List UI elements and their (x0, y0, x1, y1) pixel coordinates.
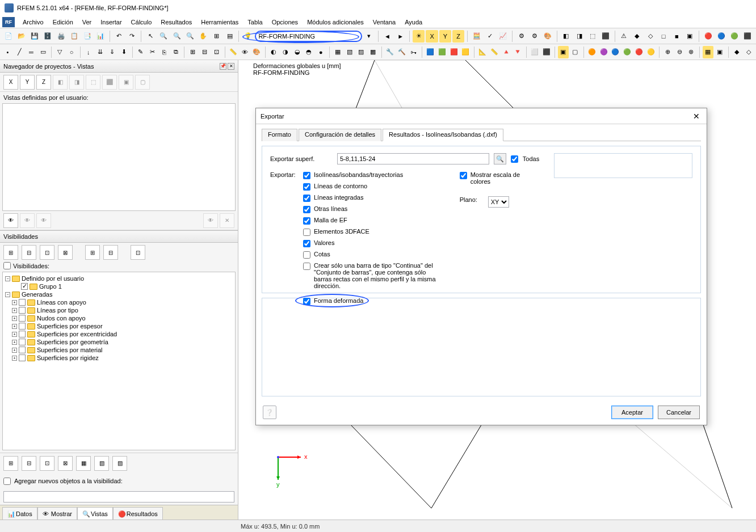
menu-archivo[interactable]: Archivo (18, 18, 48, 27)
bot-btn4[interactable]: ⊠ (58, 456, 73, 471)
print-icon[interactable]: 🖨️ (55, 30, 67, 43)
c5-icon[interactable]: 🔴 (633, 46, 644, 58)
eye-btn3[interactable]: 👁 (36, 213, 51, 228)
tree-generated[interactable]: Generadas (22, 291, 52, 298)
w2-icon[interactable]: 🔨 (396, 46, 407, 58)
expand-icon[interactable]: + (12, 356, 17, 361)
support-icon[interactable]: ▽ (54, 46, 65, 58)
r1-icon[interactable]: ◐ (268, 46, 279, 58)
view-y-icon[interactable]: Y (439, 30, 451, 43)
eye-btn1[interactable]: 👁 (3, 213, 18, 228)
w1-icon[interactable]: 🔧 (384, 46, 395, 58)
c1-icon[interactable]: 🟠 (586, 46, 597, 58)
all-checkbox[interactable] (511, 155, 518, 163)
chk-integradas[interactable] (303, 195, 310, 202)
expand-icon[interactable]: + (12, 300, 17, 305)
x3-icon[interactable]: □ (657, 30, 669, 43)
loadcase-combo[interactable]: RF-FORM-FINDING (255, 31, 362, 42)
move-icon[interactable]: ✋ (197, 30, 209, 43)
d3-icon[interactable]: ⊗ (686, 46, 696, 58)
chk-iso[interactable] (303, 172, 310, 179)
tree-item[interactable]: Superficies por excentricidad (37, 331, 117, 337)
d1-icon[interactable]: ⊕ (662, 46, 673, 58)
edit4-icon[interactable]: ⧉ (171, 46, 182, 58)
tree-item[interactable]: Nudos con apoyo (37, 315, 86, 322)
edit1-icon[interactable]: ✎ (135, 46, 146, 58)
results-icon[interactable]: 📈 (497, 30, 509, 43)
dialog-titlebar[interactable]: Exportar ✕ (256, 108, 707, 124)
tree-item[interactable]: Superficies por geometría (37, 339, 108, 345)
obj1-icon[interactable]: 🟦 (425, 46, 436, 58)
menu-tabla[interactable]: Tabla (243, 18, 267, 27)
edit2-icon[interactable]: ✂ (147, 46, 158, 58)
export-surf-input[interactable] (337, 153, 489, 164)
tree-item[interactable]: Líneas con apoyo (37, 299, 86, 306)
surface-icon[interactable]: ▭ (37, 46, 48, 58)
tab-vistas[interactable]: 🔍Vistas (77, 507, 113, 520)
view-iso-icon[interactable]: ☀ (413, 30, 425, 43)
e1-icon[interactable]: ▦ (703, 46, 713, 58)
d2-icon[interactable]: ⊖ (674, 46, 685, 58)
v2-icon[interactable]: 🎨 (251, 46, 262, 58)
view-y-btn[interactable]: Y (20, 75, 35, 90)
units-icon[interactable]: ⚙ (515, 30, 527, 43)
options-icon[interactable]: ⚙ (528, 30, 540, 43)
r3-icon[interactable]: ◒ (292, 46, 303, 58)
open-file-icon[interactable]: 📂 (15, 30, 27, 43)
s1-icon[interactable]: ▦ (332, 46, 343, 58)
dialog-close-icon[interactable]: ✕ (691, 111, 702, 122)
t2-icon[interactable]: 🔵 (715, 30, 727, 43)
vis-btn3[interactable]: ⊡ (40, 245, 54, 260)
load2-icon[interactable]: ⇊ (95, 46, 106, 58)
expand-icon[interactable]: + (12, 332, 17, 337)
n1-icon[interactable]: ⬜ (530, 46, 540, 58)
report-icon[interactable]: 📊 (95, 30, 107, 43)
bot-btn3[interactable]: ⊡ (40, 456, 54, 471)
p4-icon[interactable]: 🔻 (513, 46, 523, 58)
pin-icon[interactable]: 📌 (220, 63, 226, 70)
menu-modulos[interactable]: Módulos adicionales (303, 18, 368, 27)
help-button[interactable]: ❔ (263, 406, 276, 419)
tree-checkbox[interactable]: ✓ (21, 283, 28, 290)
mod1-icon[interactable]: ◧ (560, 30, 572, 43)
r5-icon[interactable]: ● (316, 46, 326, 58)
chk-3dface[interactable] (303, 229, 310, 236)
menu-edicion[interactable]: Edición (48, 18, 78, 27)
mod4-icon[interactable]: ⬛ (599, 30, 611, 43)
tree-group1[interactable]: Grupo 1 (39, 283, 62, 290)
load4-icon[interactable]: ⬇ (119, 46, 129, 58)
vis-btn6[interactable]: ⊟ (103, 245, 118, 260)
p2-icon[interactable]: 📏 (489, 46, 499, 58)
e2-icon[interactable]: ▣ (715, 46, 725, 58)
copy-icon[interactable]: 📑 (82, 30, 94, 43)
p1-icon[interactable]: 📐 (477, 46, 488, 58)
r4-icon[interactable]: ◓ (304, 46, 314, 58)
n2-icon[interactable]: ⬛ (541, 46, 552, 58)
tab-formato[interactable]: Formato (262, 129, 297, 141)
x5-icon[interactable]: ▣ (684, 30, 696, 43)
load3-icon[interactable]: ⇓ (107, 46, 117, 58)
tree-checkbox[interactable] (19, 299, 26, 306)
check-icon[interactable]: ✓ (484, 30, 495, 43)
expand-icon[interactable]: + (12, 324, 17, 329)
expand-icon[interactable]: + (12, 308, 17, 313)
expand-icon[interactable]: + (12, 348, 17, 353)
view-x-icon[interactable]: X (426, 30, 438, 43)
c3-icon[interactable]: 🔵 (610, 46, 621, 58)
menu-insertar[interactable]: Insertar (96, 18, 126, 27)
grid2-icon[interactable]: ⊟ (199, 46, 210, 58)
plane-select[interactable]: XY (488, 196, 509, 208)
tree-checkbox[interactable] (19, 331, 26, 337)
menu-ayuda[interactable]: Ayuda (400, 18, 427, 27)
layers-icon[interactable]: ▤ (224, 30, 236, 43)
tree-checkbox[interactable] (19, 347, 26, 353)
edit3-icon[interactable]: ⎘ (159, 46, 170, 58)
bot-btn2[interactable]: ⊟ (22, 456, 36, 471)
s3-icon[interactable]: ▨ (356, 46, 367, 58)
expand-icon[interactable]: + (12, 340, 17, 345)
bot-btn6[interactable]: ▧ (94, 456, 109, 471)
calc-icon[interactable]: 🧮 (471, 30, 482, 43)
f2-icon[interactable]: ◇ (743, 46, 754, 58)
measure-icon[interactable]: 📏 (228, 46, 239, 58)
tree-item[interactable]: Superficies por rigidez (37, 354, 99, 361)
